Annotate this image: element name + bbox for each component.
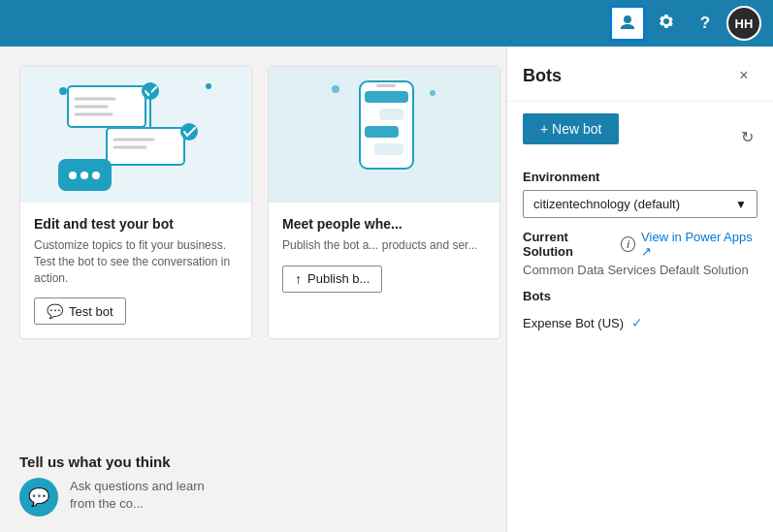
bots-section-label: Bots (523, 289, 757, 303)
svg-point-15 (81, 172, 88, 179)
bottom-item: 💬 Ask questions and learn from the co... (19, 478, 215, 516)
card2-body: Meet people whe... Publish the bot a... … (269, 203, 499, 306)
current-solution-label: Current Solution (523, 230, 615, 259)
avatar-label: HH (735, 16, 754, 31)
top-navigation: ? HH (0, 0, 773, 47)
selected-check-icon: ✓ (631, 315, 643, 330)
new-bot-button[interactable]: + New bot (523, 113, 619, 144)
bots-panel: Bots × + New bot ↻ Environment citizente… (506, 47, 773, 532)
test-bot-label: Test bot (69, 304, 113, 319)
svg-point-14 (69, 172, 77, 179)
card1-body: Edit and test your bot Customize topics … (20, 203, 251, 338)
bot-name: Expense Bot (US) (523, 316, 624, 330)
question-icon-button[interactable]: ? (688, 6, 723, 41)
bottom-section: Tell us what you think 💬 Ask questions a… (0, 438, 235, 532)
svg-rect-23 (374, 143, 403, 155)
svg-rect-24 (376, 84, 396, 87)
view-in-power-apps-link[interactable]: View in Power Apps ↗ (641, 230, 757, 259)
publish-label: Publish b... (307, 271, 370, 286)
card1-title: Edit and test your bot (34, 216, 238, 232)
test-bot-button[interactable]: 💬 Test bot (34, 297, 126, 325)
test-bot-icon: 💬 (47, 303, 63, 319)
edit-test-card: Edit and test your bot Customize topics … (19, 66, 252, 339)
cards-row: Edit and test your bot Customize topics … (0, 47, 506, 339)
meet-people-card: Meet people whe... Publish the bot a... … (268, 66, 500, 339)
svg-point-0 (59, 87, 67, 95)
environment-label: Environment (523, 170, 757, 184)
environment-value: citizentechnology (default) (533, 197, 680, 211)
refresh-button[interactable]: ↻ (737, 124, 757, 150)
panel-body: + New bot ↻ Environment citizentechnolog… (507, 102, 773, 532)
svg-point-17 (332, 85, 339, 93)
card2-title: Meet people whe... (282, 216, 486, 232)
svg-point-16 (92, 172, 100, 179)
publish-icon: ↑ (295, 271, 302, 287)
svg-point-12 (180, 123, 198, 141)
svg-point-18 (430, 90, 435, 96)
svg-rect-22 (365, 126, 399, 138)
card2-desc: Publish the bot a... products and ser... (282, 237, 486, 254)
new-bot-row: + New bot ↻ (523, 113, 757, 160)
view-link-label: View in Power Apps ↗ (641, 230, 753, 259)
solution-name: Common Data Services Default Solution (523, 263, 757, 277)
close-icon: × (739, 67, 748, 84)
card1-desc: Customize topics to fit your business. T… (34, 237, 238, 286)
main-content: Edit and test your bot Customize topics … (0, 47, 773, 532)
svg-rect-20 (365, 91, 408, 103)
publish-button[interactable]: ↑ Publish b... (282, 266, 382, 293)
current-solution-row: Current Solution i View in Power Apps ↗ (523, 230, 757, 259)
gear-icon-button[interactable] (649, 6, 684, 41)
page-area: Edit and test your bot Customize topics … (0, 47, 506, 532)
bottom-item-text: Ask questions and learn from the co... (70, 478, 215, 513)
feedback-icon: 💬 (19, 478, 58, 516)
svg-point-1 (206, 83, 211, 89)
avatar-button[interactable]: HH (726, 6, 761, 41)
panel-header: Bots × (507, 47, 773, 102)
card1-illustration (20, 67, 251, 203)
chevron-down-icon: ▼ (735, 198, 747, 211)
new-bot-label: + New bot (540, 121, 601, 137)
bottom-title: Tell us what you think (19, 454, 215, 470)
refresh-icon: ↻ (741, 129, 754, 145)
person-icon-button[interactable] (610, 6, 645, 41)
svg-rect-21 (379, 109, 403, 120)
card2-illustration (269, 67, 499, 203)
bot-list-item[interactable]: Expense Bot (US) ✓ (523, 311, 757, 334)
panel-title: Bots (523, 66, 562, 86)
info-icon[interactable]: i (621, 236, 635, 252)
environment-dropdown[interactable]: citizentechnology (default) ▼ (523, 190, 757, 218)
close-panel-button[interactable]: × (730, 62, 757, 89)
